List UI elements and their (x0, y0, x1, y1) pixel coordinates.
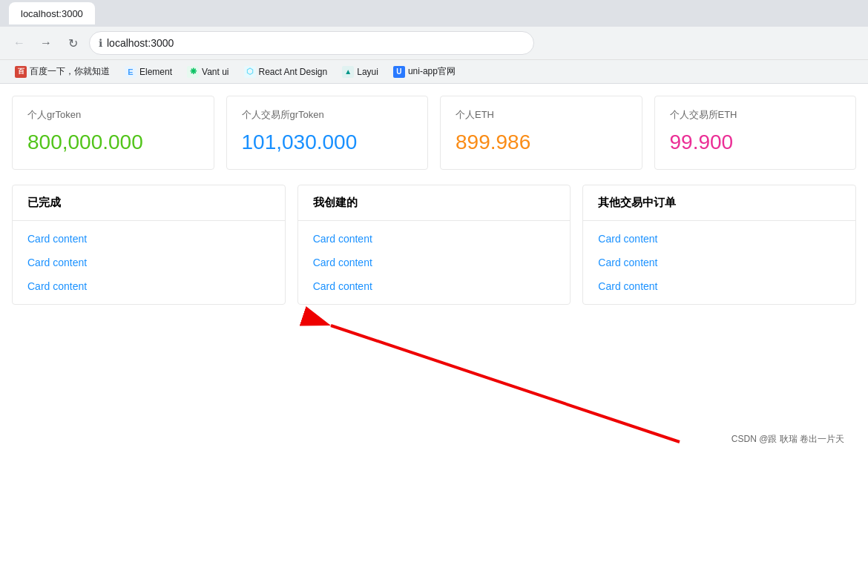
stat-value-exchange-grtoken: 101,030.000 (242, 131, 413, 154)
stat-label-exchange-eth: 个人交易所ETH (670, 108, 841, 122)
bookmark-layui[interactable]: ▲ Layui (336, 65, 384, 79)
section-body-created: Card content Card content Card content (298, 221, 571, 304)
section-header-created: 我创建的 (298, 185, 571, 221)
stat-value-exchange-eth: 99.900 (670, 131, 841, 154)
csdn-watermark: CSDN @跟 耿瑞 卷出一片天 (731, 433, 844, 446)
vant-icon: ❋ (187, 66, 199, 78)
section-card-completed: 已完成 Card content Card content Card conte… (12, 185, 286, 305)
stats-row: 个人grToken 800,000.000 个人交易所grToken 101,0… (12, 96, 856, 170)
section-card-created: 我创建的 Card content Card content Card cont… (297, 185, 571, 305)
baidu-icon: 百 (15, 66, 27, 78)
list-item[interactable]: Card content (27, 257, 270, 268)
red-arrow (12, 305, 856, 453)
element-icon: E (125, 66, 137, 78)
stat-card-eth: 个人ETH 899.986 (440, 96, 642, 170)
bookmark-uniapp[interactable]: U uni-app官网 (387, 64, 461, 79)
list-item[interactable]: Card content (313, 233, 556, 245)
list-item[interactable]: Card content (27, 233, 270, 245)
stat-value-eth: 899.986 (456, 131, 627, 154)
bookmark-vant-label: Vant ui (202, 67, 228, 77)
bookmark-baidu-label: 百度一下，你就知道 (30, 65, 110, 78)
section-body-completed: Card content Card content Card content (13, 221, 285, 304)
bookmark-vant[interactable]: ❋ Vant ui (181, 65, 234, 79)
react-ant-icon: ⬡ (244, 66, 256, 78)
stat-label-eth: 个人ETH (456, 108, 627, 122)
list-item[interactable]: Card content (313, 280, 556, 292)
bookmark-layui-label: Layui (357, 67, 378, 77)
stat-value-grtoken: 800,000.000 (27, 131, 199, 154)
stat-label-exchange-grtoken: 个人交易所grToken (242, 108, 413, 122)
stat-card-exchange-eth: 个人交易所ETH 99.900 (654, 96, 857, 170)
list-item[interactable]: Card content (598, 280, 841, 292)
cards-row: 已完成 Card content Card content Card conte… (12, 185, 856, 305)
browser-titlebar: localhost:3000 (0, 0, 868, 27)
list-item[interactable]: Card content (598, 257, 841, 268)
section-body-orders: Card content Card content Card content (583, 221, 855, 304)
bookmark-react-ant-label: React Ant Design (259, 67, 328, 77)
refresh-button[interactable]: ↻ (62, 33, 83, 53)
annotation-area: CSDN @跟 耿瑞 卷出一片天 (12, 305, 856, 453)
address-text: localhost:3000 (107, 37, 174, 49)
forward-button[interactable]: → (36, 33, 56, 53)
svg-line-1 (331, 326, 680, 442)
bookmark-element-label: Element (139, 67, 172, 77)
back-button[interactable]: ← (9, 33, 30, 53)
uniapp-icon: U (393, 66, 405, 78)
browser-toolbar: ← → ↻ ℹ localhost:3000 (0, 27, 868, 59)
stat-card-grtoken: 个人grToken 800,000.000 (12, 96, 214, 170)
bookmark-uniapp-label: uni-app官网 (408, 65, 456, 78)
stat-label-grtoken: 个人grToken (27, 108, 199, 122)
list-item[interactable]: Card content (313, 257, 556, 268)
address-bar[interactable]: ℹ localhost:3000 (89, 31, 534, 55)
bookmark-baidu[interactable]: 百 百度一下，你就知道 (9, 64, 116, 79)
layui-icon: ▲ (342, 66, 354, 78)
stat-card-exchange-grtoken: 个人交易所grToken 101,030.000 (226, 96, 429, 170)
list-item[interactable]: Card content (598, 233, 841, 245)
section-header-orders: 其他交易中订单 (583, 185, 855, 221)
browser-tab[interactable]: localhost:3000 (9, 2, 95, 24)
page-content: 个人grToken 800,000.000 个人交易所grToken 101,0… (0, 84, 868, 588)
bookmarks-bar: 百 百度一下，你就知道 E Element ❋ Vant ui ⬡ React … (0, 59, 868, 83)
list-item[interactable]: Card content (27, 280, 270, 292)
bookmark-react-ant[interactable]: ⬡ React Ant Design (238, 65, 334, 79)
browser-chrome: localhost:3000 ← → ↻ ℹ localhost:3000 百 … (0, 0, 868, 84)
bookmark-element[interactable]: E Element (119, 65, 178, 79)
protocol-icon: ℹ (99, 37, 102, 49)
section-card-orders: 其他交易中订单 Card content Card content Card c… (582, 185, 856, 305)
section-header-completed: 已完成 (13, 185, 285, 221)
